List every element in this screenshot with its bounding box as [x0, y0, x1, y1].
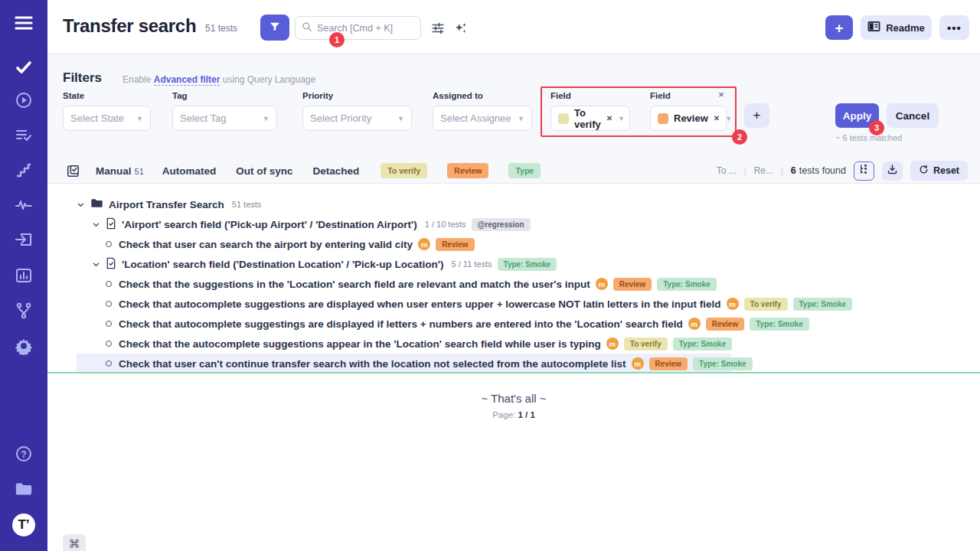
suite-name[interactable]: 'Location' search field ('Destination Lo…	[122, 259, 444, 270]
type-smoke-pill[interactable]: Type: Smoke	[750, 318, 809, 331]
filter-pill-type[interactable]: Type	[508, 163, 541, 178]
activity-pulse-icon[interactable]	[15, 196, 33, 214]
funnel-icon	[269, 21, 281, 35]
test-status-bullet[interactable]	[106, 321, 112, 327]
test-title[interactable]: Check that the suggestions in the 'Locat…	[119, 279, 590, 290]
field-select-review[interactable]: Review ✕ ▼	[650, 106, 727, 131]
tree-row-test[interactable]: Check that autocomplete suggestings are …	[47, 314, 980, 334]
test-title[interactable]: Check that the autocomplete suggestions …	[119, 338, 601, 350]
tab-manual[interactable]: Manual 51	[96, 165, 144, 177]
tag-select[interactable]: Select Tag ▼	[172, 106, 277, 131]
search-box[interactable]	[295, 16, 421, 40]
reset-button[interactable]: Reset	[910, 161, 968, 181]
review-pill[interactable]: Review	[649, 357, 688, 370]
test-status-bullet[interactable]	[106, 241, 112, 247]
test-title[interactable]: Check that autocomplete suggestings are …	[119, 318, 683, 330]
filter-group-field-1: Field To verify ✕ ▼	[550, 91, 630, 131]
add-field-button[interactable]: +	[744, 103, 769, 128]
import-box-icon[interactable]	[15, 230, 33, 249]
truncated-re-filter[interactable]: Re...	[754, 165, 773, 176]
advanced-filter-link[interactable]: Advanced filter	[154, 74, 220, 86]
test-status-bullet[interactable]	[106, 301, 112, 307]
tree-row-test-selected[interactable]: Check that user can't continue transfer …	[47, 354, 980, 373]
remove-chip-icon[interactable]: ✕	[606, 114, 612, 122]
thats-all-text: ~ That's all ~	[47, 392, 980, 405]
folder-name[interactable]: Airport Transfer Search	[109, 199, 224, 210]
chevron-down-icon[interactable]	[91, 259, 100, 269]
book-icon	[867, 21, 880, 34]
test-title[interactable]: Check that user can search the airport b…	[119, 239, 413, 250]
app-logo[interactable]: T’	[12, 514, 35, 536]
search-input[interactable]	[317, 23, 414, 34]
tree-row-test[interactable]: Check that the suggestions in the 'Locat…	[47, 274, 980, 294]
hamburger-menu-icon[interactable]	[15, 14, 33, 32]
close-field-filters-icon[interactable]: ×	[715, 88, 727, 100]
tests-check-icon[interactable]	[15, 58, 33, 77]
type-smoke-pill[interactable]: Type: Smoke	[657, 278, 717, 291]
plans-list-check-icon[interactable]	[15, 126, 33, 145]
manual-badge: m	[688, 318, 701, 330]
chevron-down-icon[interactable]	[76, 200, 85, 209]
type-smoke-pill[interactable]: Type: Smoke	[673, 337, 733, 350]
branch-icon[interactable]	[15, 302, 33, 320]
help-icon[interactable]: ?	[15, 445, 33, 463]
field-1-chip-label: To verify	[574, 107, 601, 130]
readme-button[interactable]: Readme	[861, 15, 932, 40]
filter-pill-to-verify[interactable]: To verify	[381, 163, 427, 178]
tab-automated[interactable]: Automated	[162, 165, 217, 177]
more-options-button[interactable]: •••	[939, 15, 969, 40]
field-select-to-verify[interactable]: To verify ✕ ▼	[550, 106, 630, 131]
tab-detached[interactable]: Detached	[313, 165, 360, 177]
steps-icon[interactable]	[15, 161, 33, 180]
filter-button[interactable]	[260, 15, 289, 41]
regression-tag-pill[interactable]: @regression	[472, 218, 531, 231]
test-title[interactable]: Check that autocomplete suggestions are …	[119, 298, 721, 310]
runs-play-icon[interactable]	[15, 91, 33, 109]
review-pill[interactable]: Review	[436, 238, 474, 251]
test-status-bullet[interactable]	[106, 281, 112, 287]
manual-badge: m	[596, 278, 608, 290]
filter-pill-review[interactable]: Review	[447, 163, 488, 178]
tab-manual-count: 51	[135, 167, 144, 176]
tree-row-suite[interactable]: 'Location' search field ('Destination Lo…	[47, 254, 980, 274]
tree-row-test[interactable]: Check that user can search the airport b…	[47, 234, 980, 254]
test-status-bullet[interactable]	[106, 360, 112, 367]
priority-select[interactable]: Select Priority ▼	[302, 106, 412, 131]
test-status-bullet[interactable]	[106, 341, 112, 347]
tab-manual-label: Manual	[96, 165, 132, 177]
filters-heading: Filters	[63, 70, 102, 86]
review-pill[interactable]: Review	[613, 278, 652, 291]
tree-row-suite[interactable]: 'Airport' search field ('Pick-up Airport…	[47, 214, 980, 234]
to-verify-pill[interactable]: To verify	[624, 337, 668, 350]
tree-row-folder[interactable]: Airport Transfer Search 51 tests	[47, 194, 980, 214]
type-smoke-pill[interactable]: Type: Smoke	[793, 298, 853, 311]
assignee-select[interactable]: Select Assignee ▼	[433, 106, 532, 131]
state-select[interactable]: Select State ▼	[63, 106, 151, 131]
tab-automated-label: Automated	[162, 165, 217, 177]
type-smoke-pill[interactable]: Type: Smoke	[498, 258, 557, 271]
suite-name[interactable]: 'Airport' search field ('Pick-up Airport…	[122, 219, 417, 230]
docs-folder-icon[interactable]	[15, 480, 33, 498]
review-pill[interactable]: Review	[706, 318, 744, 331]
to-verify-pill[interactable]: To verify	[744, 298, 788, 311]
tab-out-of-sync[interactable]: Out of sync	[236, 165, 292, 177]
download-button[interactable]	[882, 161, 903, 181]
chevron-down-icon[interactable]	[91, 220, 100, 229]
select-all-icon[interactable]	[66, 164, 80, 178]
truncated-to-filter[interactable]: To ...	[717, 165, 737, 176]
cancel-button[interactable]: Cancel	[887, 103, 939, 128]
tree-view-toggle-button[interactable]	[854, 161, 874, 181]
analytics-chart-icon[interactable]	[15, 266, 33, 285]
filter-label-field-1: Field	[550, 91, 630, 100]
type-smoke-pill[interactable]: Type: Smoke	[693, 357, 753, 370]
adjustments-icon[interactable]	[430, 21, 446, 36]
remove-chip-icon[interactable]: ✕	[714, 114, 720, 122]
test-title[interactable]: Check that user can't continue transfer …	[119, 358, 626, 370]
priority-select-value: Select Priority	[310, 112, 392, 124]
filters-subtitle-suffix: using Query Language	[223, 74, 315, 85]
add-button[interactable]: +	[825, 15, 853, 40]
ai-sparkles-icon[interactable]	[453, 21, 469, 36]
tree-row-test[interactable]: Check that autocomplete suggestions are …	[47, 294, 980, 314]
tree-row-test[interactable]: Check that the autocomplete suggestions …	[47, 334, 980, 354]
settings-gear-icon[interactable]	[15, 337, 33, 355]
